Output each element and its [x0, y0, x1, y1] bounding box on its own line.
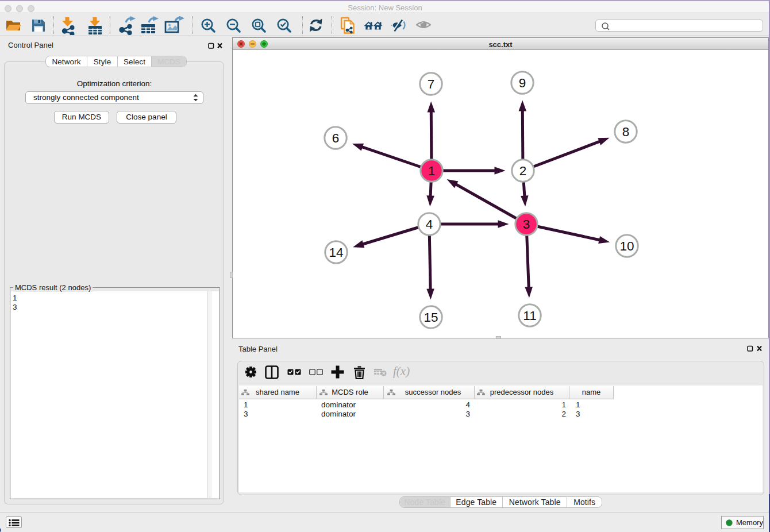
svg-text:15: 15: [424, 310, 438, 325]
svg-text:1: 1: [428, 164, 436, 178]
svg-text:11: 11: [523, 309, 536, 323]
svg-text:7: 7: [428, 77, 435, 91]
svg-text:9: 9: [519, 76, 526, 90]
svg-text:2: 2: [519, 164, 527, 178]
svg-text:10: 10: [619, 239, 634, 253]
svg-text:3: 3: [523, 217, 530, 232]
svg-text:6: 6: [332, 131, 340, 145]
svg-text:8: 8: [622, 125, 630, 139]
svg-text:14: 14: [329, 245, 343, 260]
svg-text:4: 4: [426, 217, 433, 232]
